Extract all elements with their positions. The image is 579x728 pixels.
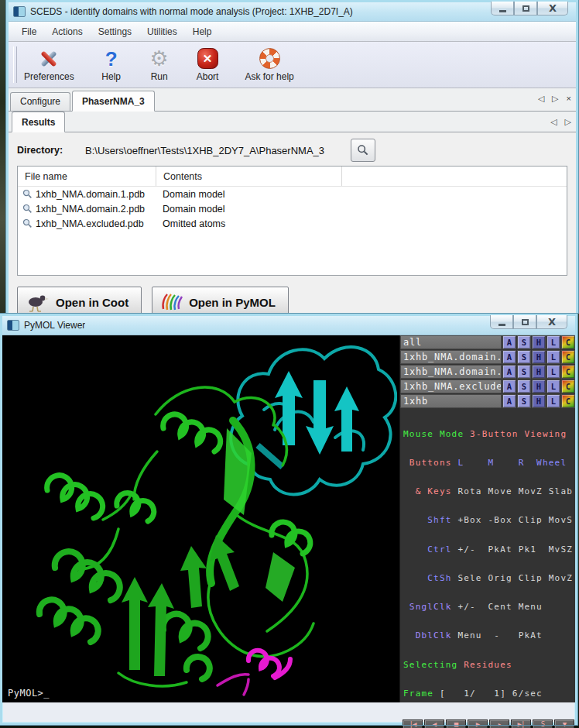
mouse-panel-row: Buttons L M R Wheel [403, 458, 575, 468]
open-in-pymol-label: Open in PyMOL [189, 296, 276, 309]
show-menu-button[interactable]: S [517, 350, 531, 364]
table-row[interactable]: 1xhb_NMA.excluded.pdb Omitted atoms [18, 216, 567, 231]
show-menu-button[interactable]: S [517, 394, 531, 408]
hide-menu-button[interactable]: H [532, 379, 546, 393]
color-menu-button[interactable]: C [561, 365, 575, 379]
show-menu-button[interactable]: S [517, 379, 531, 393]
label-menu-button[interactable]: L [546, 379, 560, 393]
ask-for-help-button[interactable]: Ask for help [242, 43, 296, 86]
gear-icon: ⚙ [149, 48, 170, 70]
toolbar: Preferences ? Help ⚙ Run ✕ Abort Ask for… [9, 42, 576, 88]
stop-button[interactable]: ■ [446, 719, 466, 728]
hide-menu-button[interactable]: H [532, 350, 546, 364]
pymol-titlebar[interactable]: PyMOL Viewer X [2, 316, 575, 335]
open-in-coot-label: Open in Coot [56, 296, 128, 309]
menu-actions[interactable]: Actions [45, 24, 89, 39]
scene-button[interactable]: S [533, 719, 553, 728]
file-table-header: File name Contents [18, 167, 567, 187]
hide-menu-button[interactable]: H [532, 335, 546, 349]
tab-phasernma-3[interactable]: PhaserNMA_3 [72, 91, 155, 112]
step-back-button[interactable]: ◀ [424, 719, 444, 728]
object-name-1xhb[interactable]: 1xhb [400, 394, 502, 408]
hide-menu-button[interactable]: H [532, 394, 546, 408]
play-button[interactable]: ▶ [468, 719, 488, 728]
mouse-panel-row: SnglClk +/- Cent Menu [403, 603, 575, 612]
action-menu-button[interactable]: A [502, 335, 516, 349]
table-row[interactable]: 1xhb_NMA.domain.1.pdb Domain model [18, 187, 567, 201]
pymol-close-button[interactable]: X [536, 315, 567, 329]
run-button[interactable]: ⚙ Run [146, 43, 173, 86]
label-menu-button[interactable]: L [546, 335, 560, 349]
mouse-panel-row: Mouse Mode 3-Button Viewing [403, 430, 575, 439]
molecule-viewport[interactable]: PyMOL>_ [2, 335, 399, 702]
rewind-button[interactable]: |◀ [403, 719, 423, 728]
dropdown-button[interactable]: ▼ [554, 719, 574, 728]
color-menu-button[interactable]: C [561, 379, 575, 393]
object-name-domain1[interactable]: 1xhb_NMA.domain. [400, 350, 502, 364]
mouse-panel-row: Ctrl +/- PkAt Pk1 MvSZ [403, 545, 575, 555]
results-scroll-right-icon[interactable]: ▷ [565, 117, 571, 127]
object-name-excluded[interactable]: 1xhb_NMA.exclude [400, 379, 502, 393]
menu-settings[interactable]: Settings [91, 24, 139, 39]
tab-results[interactable]: Results [12, 112, 65, 132]
menu-file[interactable]: File [15, 24, 43, 39]
coot-bird-icon [26, 292, 50, 312]
action-menu-button[interactable]: A [502, 365, 516, 379]
maximize-button[interactable] [514, 2, 537, 15]
pymol-maximize-button[interactable] [513, 315, 536, 329]
pymol-minimize-button[interactable] [490, 315, 513, 329]
tab-scroll-left-icon[interactable]: ◁ [538, 94, 544, 104]
menu-utilities[interactable]: Utilities [140, 24, 184, 39]
action-menu-button[interactable]: A [502, 394, 516, 408]
file-name: 1xhb_NMA.domain.2.pdb [36, 204, 145, 215]
results-panel: Results ◁ ▷ Directory: B:\Users\oeffner\… [9, 112, 576, 316]
object-name-all[interactable]: all [400, 335, 502, 349]
file-contents: Omitted atoms [156, 218, 341, 229]
show-menu-button[interactable]: S [517, 365, 531, 379]
browse-directory-button[interactable] [351, 139, 375, 162]
column-contents[interactable]: Contents [156, 167, 341, 186]
color-menu-button[interactable]: C [561, 350, 575, 364]
toolbar-gripper [13, 46, 17, 83]
tab-configure[interactable]: Configure [10, 92, 70, 111]
fast-forward-button[interactable]: ▶| [511, 719, 531, 728]
show-menu-button[interactable]: S [517, 335, 531, 349]
selecting-mode-row: Selecting Residues [403, 661, 575, 670]
action-menu-button[interactable]: A [502, 379, 516, 393]
help-label: Help [101, 71, 121, 82]
directory-label: Directory: [17, 145, 85, 156]
color-menu-button[interactable]: C [561, 394, 575, 408]
sceds-window: SCEDS - identify domains with normal mod… [6, 0, 578, 313]
close-button[interactable]: X [537, 2, 568, 15]
help-button[interactable]: ? Help [98, 43, 125, 86]
directory-path: B:\Users\oeffner\Tests\1XHB_2DY7_A\Phase… [85, 145, 324, 156]
tab-scroll-right-icon[interactable]: ▷ [552, 94, 558, 104]
object-row: all A S H L C [400, 335, 575, 349]
open-in-pymol-button[interactable]: Open in PyMOL [152, 287, 289, 318]
abort-button[interactable]: ✕ Abort [194, 43, 222, 86]
object-row: 1xhb A S H L C [400, 394, 575, 408]
hide-menu-button[interactable]: H [532, 365, 546, 379]
label-menu-button[interactable]: L [546, 394, 560, 408]
mouse-panel-row: & Keys Rota Move MovZ Slab [403, 487, 575, 496]
label-menu-button[interactable]: L [546, 365, 560, 379]
menu-help[interactable]: Help [186, 24, 219, 39]
color-menu-button[interactable]: C [561, 335, 575, 349]
object-name-domain2[interactable]: 1xhb_NMA.domain. [400, 365, 502, 379]
frame-counter-row: Frame [ 1/ 1] 6/sec [403, 689, 575, 699]
open-in-coot-button[interactable]: Open in Coot [17, 287, 142, 318]
step-forward-button[interactable]: ▸ [489, 719, 509, 728]
sceds-window-title: SCEDS - identify domains with normal mod… [30, 6, 353, 17]
tab-close-icon[interactable]: × [567, 94, 571, 104]
command-prompt[interactable]: PyMOL>_ [8, 688, 50, 699]
abort-label: Abort [197, 71, 219, 82]
sceds-titlebar[interactable]: SCEDS - identify domains with normal mod… [9, 2, 576, 22]
label-menu-button[interactable]: L [546, 350, 560, 364]
results-scroll-left-icon[interactable]: ◁ [550, 117, 557, 127]
action-menu-button[interactable]: A [502, 350, 516, 364]
preferences-button[interactable]: Preferences [21, 43, 77, 86]
table-row[interactable]: 1xhb_NMA.domain.2.pdb Domain model [18, 201, 567, 216]
column-file-name[interactable]: File name [18, 171, 156, 182]
pymol-window-title: PyMOL Viewer [24, 320, 85, 331]
minimize-button[interactable] [491, 2, 514, 15]
